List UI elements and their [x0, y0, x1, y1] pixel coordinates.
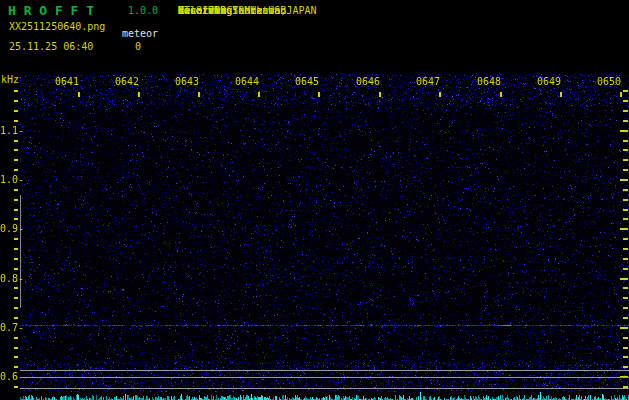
freq-minor-tick-left: [14, 258, 18, 260]
minute-tick: [198, 92, 200, 97]
freq-minor-tick-left: [14, 386, 18, 388]
observation-mode: meteor: [122, 29, 158, 39]
freq-major-tick-right: [620, 130, 628, 132]
freq-label: 0.7-: [0, 323, 24, 333]
freq-major-tick-right: [620, 327, 628, 329]
freq-minor-tick-right: [623, 297, 628, 299]
time-label: 0641: [55, 77, 79, 87]
freq-minor-tick-right: [623, 199, 628, 201]
freq-major-tick-right: [620, 179, 628, 181]
freq-minor-tick-right: [623, 366, 628, 368]
reference-line-2: [20, 377, 629, 378]
minute-tick: [258, 92, 260, 97]
freq-minor-tick-left: [14, 199, 18, 201]
time-label: 0643: [175, 77, 199, 87]
minute-tick: [500, 92, 502, 97]
freq-minor-tick-left: [14, 356, 18, 358]
freq-minor-tick-right: [623, 238, 628, 240]
freq-minor-tick-right: [623, 317, 628, 319]
freq-minor-tick-left: [14, 110, 18, 112]
time-label: 0646: [356, 77, 380, 87]
freq-minor-tick-right: [623, 347, 628, 349]
freq-minor-tick-right: [623, 100, 628, 102]
time-label: 0644: [235, 77, 259, 87]
output-filename: XX2511250640.png: [9, 22, 105, 32]
freq-minor-tick-left: [14, 218, 18, 220]
freq-minor-tick-left: [14, 238, 18, 240]
left-edge-marker-line: [20, 195, 21, 308]
freq-minor-tick-right: [623, 189, 628, 191]
time-label: 0647: [416, 77, 440, 87]
freq-minor-tick-left: [14, 209, 18, 211]
freq-label: 1.1-: [0, 126, 24, 136]
reference-line-3: [20, 388, 629, 389]
freq-minor-tick-left: [14, 317, 18, 319]
info-value: 2ele HB9CY: [178, 5, 238, 16]
spectrogram-canvas: [20, 74, 629, 400]
freq-minor-tick-left: [14, 90, 18, 92]
minute-tick: [560, 92, 562, 97]
freq-minor-tick-left: [14, 189, 18, 191]
frequency-unit-label: kHz: [1, 75, 19, 85]
freq-minor-tick-right: [623, 356, 628, 358]
freq-label: 0.9-: [0, 224, 24, 234]
freq-minor-tick-left: [14, 140, 18, 142]
freq-minor-tick-left: [14, 307, 18, 309]
minute-tick: [78, 92, 80, 97]
freq-minor-tick-right: [623, 140, 628, 142]
app-title: H R O F F T: [8, 4, 94, 18]
minute-tick: [379, 92, 381, 97]
time-label: 0642: [115, 77, 139, 87]
minute-tick: [138, 92, 140, 97]
freq-minor-tick-right: [623, 287, 628, 289]
observation-datetime: 25.11.25 06:40: [9, 42, 93, 52]
freq-major-tick-right: [620, 278, 628, 280]
freq-minor-tick-left: [14, 248, 18, 250]
minute-tick: [318, 92, 320, 97]
freq-minor-tick-left: [14, 366, 18, 368]
time-label: 0648: [477, 77, 501, 87]
freq-minor-tick-right: [623, 209, 628, 211]
freq-minor-tick-left: [14, 347, 18, 349]
time-label: 0650: [597, 77, 621, 87]
freq-minor-tick-right: [623, 258, 628, 260]
freq-minor-tick-left: [14, 297, 18, 299]
freq-label: 1.0-: [0, 175, 24, 185]
freq-minor-tick-right: [623, 218, 628, 220]
freq-minor-tick-left: [14, 169, 18, 171]
freq-minor-tick-right: [623, 110, 628, 112]
freq-minor-tick-left: [14, 159, 18, 161]
time-label: 0649: [537, 77, 561, 87]
app-version: 1.0.0: [128, 6, 158, 16]
reference-line-1: [20, 370, 629, 371]
minute-tick: [620, 92, 622, 97]
time-label: 0645: [295, 77, 319, 87]
freq-minor-tick-right: [623, 307, 628, 309]
freq-minor-tick-right: [623, 90, 628, 92]
freq-minor-tick-right: [623, 169, 628, 171]
freq-minor-tick-left: [14, 149, 18, 151]
freq-minor-tick-left: [14, 268, 18, 270]
freq-minor-tick-right: [623, 248, 628, 250]
freq-minor-tick-left: [14, 120, 18, 122]
hrofft-window: H R O F F T 1.0.0 XX2511250640.png meteo…: [0, 0, 629, 400]
freq-minor-tick-right: [623, 268, 628, 270]
freq-minor-tick-left: [14, 287, 18, 289]
freq-minor-tick-right: [623, 149, 628, 151]
meteor-count: 0: [135, 42, 141, 52]
freq-minor-tick-left: [14, 337, 18, 339]
freq-major-tick-right: [620, 228, 628, 230]
freq-label: 0.8-: [0, 274, 24, 284]
freq-minor-tick-right: [623, 337, 628, 339]
minute-tick: [439, 92, 441, 97]
freq-minor-tick-right: [623, 159, 628, 161]
freq-minor-tick-right: [623, 120, 628, 122]
freq-minor-tick-left: [14, 100, 18, 102]
